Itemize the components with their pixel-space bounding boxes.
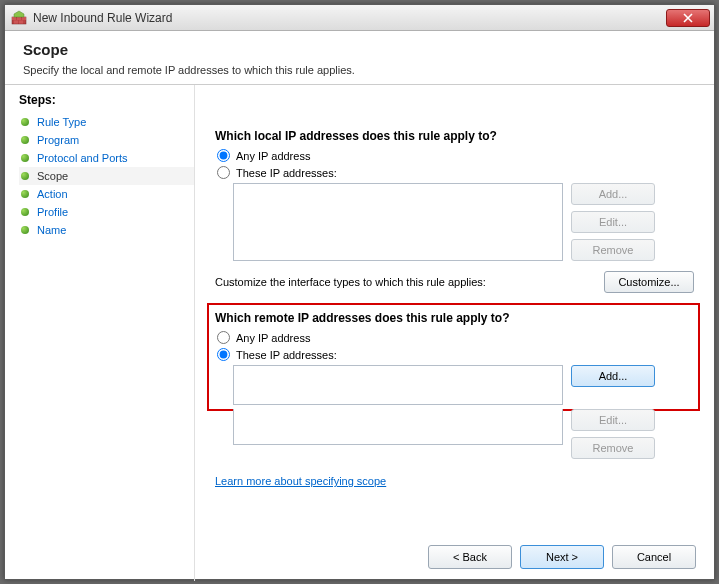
local-list-group: Add... Edit... Remove (233, 183, 694, 261)
local-any-radio[interactable] (217, 149, 230, 162)
local-remove-button[interactable]: Remove (571, 239, 655, 261)
step-profile[interactable]: Profile (19, 203, 194, 221)
remote-ip-listbox-lower[interactable] (233, 409, 563, 445)
step-label: Profile (37, 206, 68, 218)
step-label: Protocol and Ports (37, 152, 128, 164)
remote-edit-button[interactable]: Edit... (571, 409, 655, 431)
remote-question: Which remote IP addresses does this rule… (215, 311, 692, 325)
local-these-radio-row[interactable]: These IP addresses: (215, 166, 694, 179)
content-panel: Which local IP addresses does this rule … (195, 85, 714, 581)
local-add-button[interactable]: Add... (571, 183, 655, 205)
step-rule-type[interactable]: Rule Type (19, 113, 194, 131)
remote-these-label: These IP addresses: (236, 349, 337, 361)
close-icon (683, 13, 693, 23)
step-scope[interactable]: Scope (19, 167, 194, 185)
close-button[interactable] (666, 9, 710, 27)
remote-add-button[interactable]: Add... (571, 365, 655, 387)
steps-panel: Steps: Rule Type Program Protocol and Po… (5, 85, 195, 581)
step-label: Scope (37, 170, 68, 182)
step-bullet-icon (21, 118, 29, 126)
learn-more-link[interactable]: Learn more about specifying scope (215, 475, 386, 487)
step-bullet-icon (21, 154, 29, 162)
customize-row: Customize the interface types to which t… (215, 271, 694, 293)
remote-any-label: Any IP address (236, 332, 310, 344)
back-button[interactable]: < Back (428, 545, 512, 569)
remote-these-radio-row[interactable]: These IP addresses: (215, 348, 692, 361)
local-any-label: Any IP address (236, 150, 310, 162)
step-bullet-icon (21, 226, 29, 234)
remote-remove-button[interactable]: Remove (571, 437, 655, 459)
titlebar: New Inbound Rule Wizard (5, 5, 714, 31)
local-button-column: Add... Edit... Remove (571, 183, 655, 261)
svg-rect-2 (17, 17, 21, 20)
local-ip-listbox[interactable] (233, 183, 563, 261)
svg-rect-5 (19, 20, 23, 23)
footer: < Back Next > Cancel (428, 545, 696, 569)
window-title: New Inbound Rule Wizard (33, 11, 666, 25)
firewall-icon (11, 10, 27, 26)
remote-button-column-lower: Edit... Remove (571, 409, 655, 459)
customize-button[interactable]: Customize... (604, 271, 694, 293)
local-these-radio[interactable] (217, 166, 230, 179)
step-protocol-ports[interactable]: Protocol and Ports (19, 149, 194, 167)
step-label: Rule Type (37, 116, 86, 128)
local-edit-button[interactable]: Edit... (571, 211, 655, 233)
local-any-radio-row[interactable]: Any IP address (215, 149, 694, 162)
remote-any-radio[interactable] (217, 331, 230, 344)
customize-text: Customize the interface types to which t… (215, 276, 486, 288)
svg-rect-3 (22, 17, 26, 20)
step-label: Name (37, 224, 66, 236)
step-name[interactable]: Name (19, 221, 194, 239)
remote-ip-listbox[interactable] (233, 365, 563, 405)
page-subtext: Specify the local and remote IP addresse… (23, 64, 696, 76)
svg-rect-1 (12, 17, 16, 20)
remote-list-group-lower: Edit... Remove (233, 409, 694, 459)
local-these-label: These IP addresses: (236, 167, 337, 179)
body: Steps: Rule Type Program Protocol and Po… (5, 85, 714, 581)
svg-rect-4 (14, 20, 18, 23)
remote-button-column: Add... (571, 365, 655, 387)
remote-highlight: Which remote IP addresses does this rule… (207, 303, 700, 411)
step-bullet-icon (21, 190, 29, 198)
next-button[interactable]: Next > (520, 545, 604, 569)
remote-these-radio[interactable] (217, 348, 230, 361)
step-label: Program (37, 134, 79, 146)
step-bullet-icon (21, 136, 29, 144)
page-heading: Scope (23, 41, 696, 58)
step-label: Action (37, 188, 68, 200)
cancel-button[interactable]: Cancel (612, 545, 696, 569)
step-bullet-icon (21, 172, 29, 180)
local-question: Which local IP addresses does this rule … (215, 129, 694, 143)
header: Scope Specify the local and remote IP ad… (5, 31, 714, 85)
remote-any-radio-row[interactable]: Any IP address (215, 331, 692, 344)
wizard-window: New Inbound Rule Wizard Scope Specify th… (4, 4, 715, 580)
step-program[interactable]: Program (19, 131, 194, 149)
step-bullet-icon (21, 208, 29, 216)
steps-label: Steps: (19, 93, 194, 107)
step-action[interactable]: Action (19, 185, 194, 203)
remote-list-group: Add... (233, 365, 692, 405)
